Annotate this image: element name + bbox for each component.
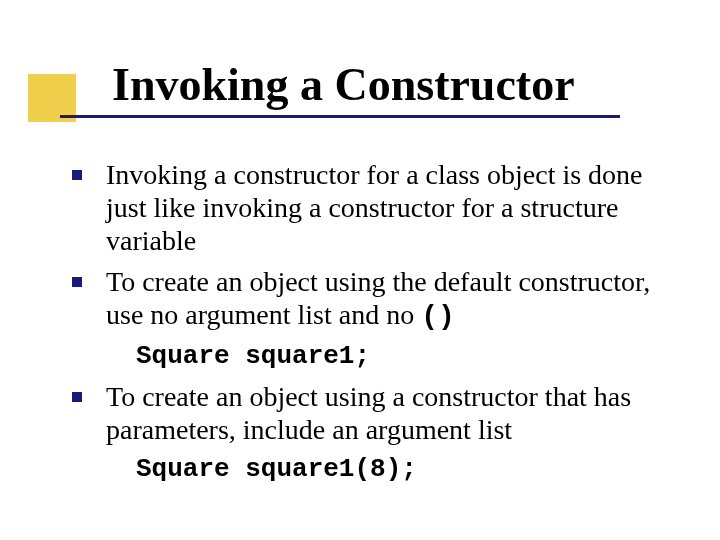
bullet-item: To create an object using a constructor … — [72, 380, 672, 446]
slide: Invoking a Constructor Invoking a constr… — [0, 0, 720, 540]
bullet-icon — [72, 392, 82, 402]
slide-body: Invoking a constructor for a class objec… — [72, 158, 672, 493]
inline-code: () — [421, 301, 455, 332]
bullet-text: Invoking a constructor for a class objec… — [106, 159, 643, 256]
code-line: Square square1; — [136, 341, 672, 372]
bullet-icon — [72, 170, 82, 180]
bullet-text: To create an object using the default co… — [106, 266, 650, 330]
slide-title: Invoking a Constructor — [60, 60, 620, 111]
bullet-icon — [72, 277, 82, 287]
bullet-item: To create an object using the default co… — [72, 265, 672, 333]
bullet-item: Invoking a constructor for a class objec… — [72, 158, 672, 257]
title-underline — [60, 115, 620, 118]
title-area: Invoking a Constructor — [60, 60, 620, 118]
bullet-text: To create an object using a constructor … — [106, 381, 631, 445]
code-line: Square square1(8); — [136, 454, 672, 485]
